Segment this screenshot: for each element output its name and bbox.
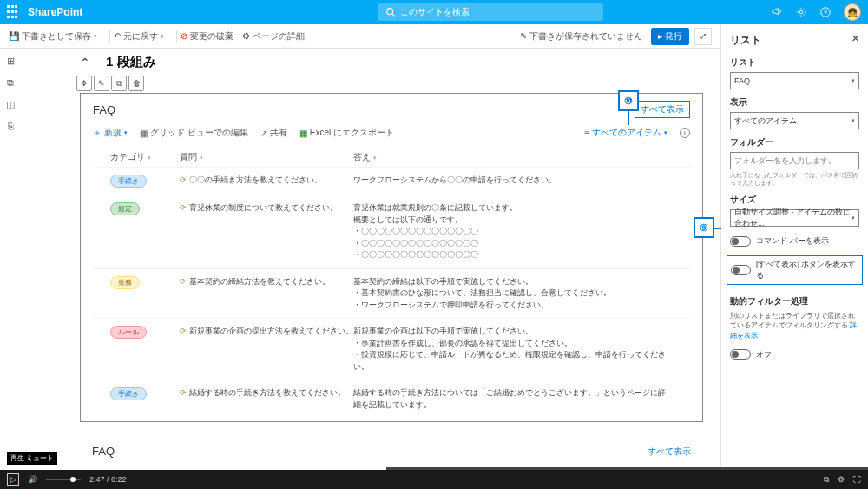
share-button[interactable]: ↗ 共有 [260,127,287,139]
fullscreen-icon[interactable]: ⛶ [853,475,861,485]
new-button[interactable]: ＋ 新規 ▾ [93,127,128,139]
chevron-up-icon[interactable]: ⌃ [80,56,90,69]
faq-webpart-2: FAQ すべて表示 ＋ 新規 ▾ ▦ グリッド ビューでの編集 ↗ 共有 ▦ E… [80,438,703,470]
table-row[interactable]: ルール ⟳新規事業の企画の提出方法を教えてください。 新規事業の企画は以下の手順… [93,318,690,380]
page-toolbar: 💾下書きとして保存▾ ↶元に戻す▾ ⊘変更の破棄 ⚙ページの詳細 ✎下書きが保存… [0,24,720,49]
table-row[interactable]: 手続き ⟳結婚する時の手続き方法を教えてください。 結婚する時の手続き方法につい… [93,380,690,418]
help-icon[interactable]: ? [819,6,832,18]
play-button[interactable]: ▷ [7,473,19,486]
callout-9: ⑨ [694,217,714,238]
table-row[interactable]: 規定 ⟳育児休業の制度について教えてください。 育児休業は就業規則の〇条に記載し… [93,195,690,268]
discard-button[interactable]: ⊘変更の破棄 [181,30,233,43]
close-icon[interactable]: ✕ [852,33,859,48]
avatar[interactable]: 👧 [844,3,861,21]
view-select[interactable]: すべてのアイテム▾ [730,112,859,129]
video-time: 2:47 / 6:22 [89,475,127,484]
view-selector[interactable]: ≡ すべてのアイテム ▾ [584,127,667,139]
show-all-link[interactable]: すべて表示 [648,446,691,458]
webpart-title: FAQ [92,445,115,458]
callout-10: ⑩ [618,90,639,111]
size-select[interactable]: 自動サイズ調整 - アイテムの数に合わせ...▾ [730,209,859,227]
edit-icon[interactable]: ✎ [94,76,109,91]
svg-line-1 [392,14,395,17]
add-section-icon[interactable]: ⊞ [7,56,15,67]
toggle-commandbar[interactable]: コマンド バーを表示 [730,235,859,247]
search-input[interactable]: このサイトを検索 [378,3,603,21]
toggle-showall[interactable]: [すべて表示] ボタンを表示する [727,255,863,285]
move-icon[interactable]: ✥ [76,76,92,91]
volume-slider[interactable] [46,479,81,480]
info-icon[interactable]: i [680,128,690,138]
publish-button[interactable]: ▸発行 [651,28,689,45]
page-details-button[interactable]: ⚙ページの詳細 [242,30,305,43]
megaphone-icon[interactable] [771,6,783,18]
volume-icon[interactable]: 🔊 [28,475,37,484]
not-saved-label: ✎下書きが保存されていません [520,30,642,43]
undo-button[interactable]: ↶元に戻す▾ [114,30,164,43]
brand: SharePoint [28,6,82,18]
copy-icon[interactable]: ⧉ [111,76,127,91]
folder-hint: 入れ子になったフォルダーでは、バス名で区切って入力します。 [730,171,859,187]
panel-title: リスト [730,33,761,48]
property-pane: リスト✕ リスト FAQ▾ 表示 すべてのアイテム▾ フォルダー フォルダー名を… [720,24,868,470]
dynfilter-text: 別のリストまたはライブラリで選択されているアイテムでフィルタリングする 詳細を表… [730,311,859,340]
duplicate-icon[interactable]: ⧉ [7,77,14,89]
layers-icon[interactable]: ◫ [6,99,15,110]
webpart-title: FAQ [93,103,115,116]
size-label: サイズ [730,194,859,206]
svg-point-2 [799,10,803,14]
expand-icon[interactable]: ⤢ [694,28,712,45]
cc-icon[interactable]: ⧉ [824,475,829,485]
list-label: リスト [730,56,859,69]
folder-input[interactable]: フォルダー名を入力します。 [730,152,859,169]
svg-text:?: ? [824,10,827,16]
gear-icon[interactable] [795,6,807,18]
settings-icon[interactable]: ⚙ [838,475,845,485]
table-row[interactable]: 業務 ⟳基本契約の締結方法を教えてください。 基本契約の締結は以下の手順で実施し… [93,268,690,319]
search-icon [385,6,397,18]
link-icon[interactable]: ⎘ [8,121,14,131]
faq-webpart: FAQ すべて表示 ＋ 新規 ▾ ▦ グリッド ビューでの編集 ↗ 共有 ▦ E… [80,93,703,422]
canvas-rail: ⊞ ⧉ ◫ ⎘ [0,49,21,131]
video-controls: ▷ 🔊 2:47 / 6:22 ⧉ ⚙ ⛶ [0,470,868,489]
list-headers: カテゴリ▾ 質問▾ 答え▾ [93,148,690,167]
section-title: 1 段組み [106,54,156,70]
save-draft-button[interactable]: 💾下書きとして保存▾ [9,30,97,43]
export-button[interactable]: ▦ Excel にエクスポート [299,127,394,139]
grid-view-button[interactable]: ▦ グリッド ビューでの編集 [140,127,248,139]
delete-icon[interactable]: 🗑 [128,76,144,91]
mute-label: 再生 ミュート [7,452,57,465]
show-all-link[interactable]: すべて表示 [635,101,690,118]
app-launcher-icon[interactable] [7,5,21,19]
table-row[interactable]: 手続き ⟳〇〇の手続き方法を教えてください。 ワークフローシステムから〇〇の申請… [93,167,690,195]
toggle-off[interactable]: オフ [730,349,859,360]
webpart-controls: ✥ ✎ ⧉ 🗑 [76,76,703,91]
view-label: 表示 [730,96,859,109]
list-select[interactable]: FAQ▾ [730,72,859,89]
suite-bar: SharePoint このサイトを検索 ? 👧 [0,0,868,24]
dynfilter-label: 動的フィルター処理 [730,295,859,307]
svg-point-0 [387,9,393,15]
folder-label: フォルダー [730,136,859,149]
